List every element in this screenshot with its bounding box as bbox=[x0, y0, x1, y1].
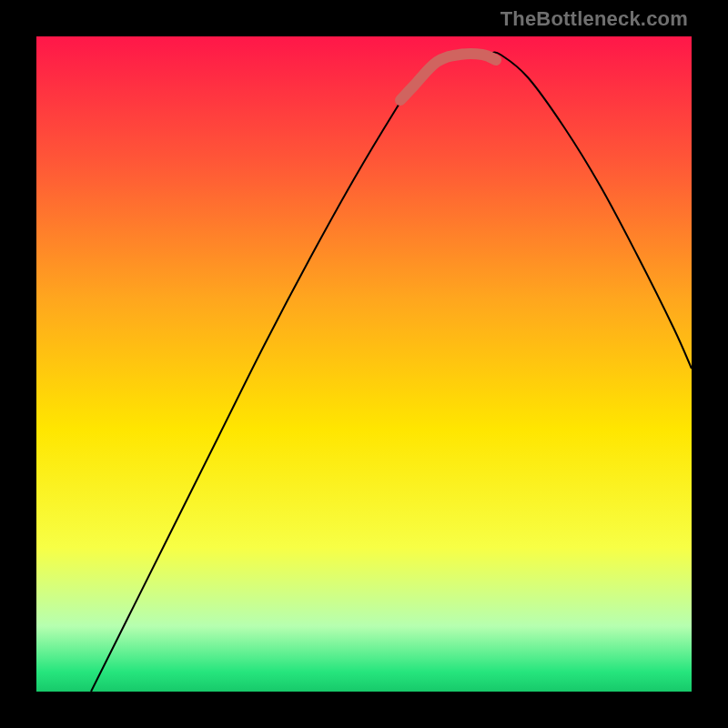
chart-area bbox=[36, 36, 692, 692]
gradient-background bbox=[36, 36, 692, 692]
chart-svg bbox=[36, 36, 692, 692]
watermark-text: TheBottleneck.com bbox=[500, 7, 688, 31]
